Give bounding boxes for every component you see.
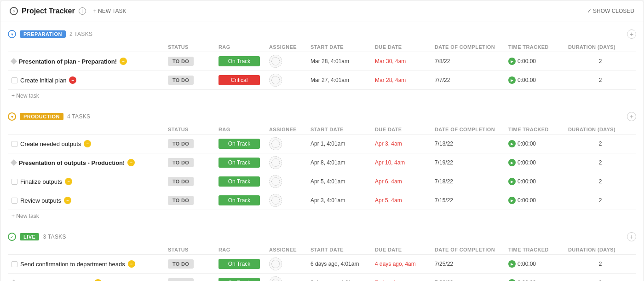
section-toggle-production[interactable]: ▾: [8, 112, 16, 121]
due-date: Apr 5, 4am: [375, 197, 435, 204]
status-badge[interactable]: TO DO: [168, 177, 194, 186]
status-cell: TO DO: [168, 76, 218, 85]
task-checkbox-icon[interactable]: [12, 198, 17, 204]
add-section-button-live[interactable]: +: [627, 232, 636, 241]
play-icon[interactable]: ▶: [508, 197, 516, 204]
rag-badge[interactable]: On Track: [218, 176, 260, 187]
rag-badge[interactable]: On Track: [218, 195, 260, 205]
col-header-due_date: DUE DATE: [375, 127, 435, 132]
start-date: Apr 5, 4:01am: [310, 178, 375, 185]
table-row: Finalize outputs−TO DOOn TrackApr 5, 4:0…: [8, 172, 636, 191]
col-header-date_of_completion: DATE OF COMPLETION: [435, 127, 508, 132]
assignee-cell: [269, 258, 310, 270]
col-header-task: [12, 127, 168, 132]
avatar[interactable]: [269, 156, 282, 169]
play-icon[interactable]: ▶: [508, 58, 516, 65]
warn-icon[interactable]: −: [94, 279, 102, 281]
table-row: Review outputs−TO DOOn TrackApr 3, 4:01a…: [8, 191, 636, 210]
rag-badge[interactable]: On Track: [218, 278, 260, 281]
status-badge[interactable]: TO DO: [168, 259, 194, 269]
avatar[interactable]: [269, 74, 282, 87]
status-cell: TO DO: [168, 278, 218, 281]
avatar-inner: [271, 158, 280, 167]
avatar[interactable]: [269, 276, 282, 281]
rag-badge[interactable]: On Track: [218, 259, 260, 269]
time-value: 0:00:00: [518, 197, 536, 204]
col-header-start_date: START DATE: [310, 127, 375, 132]
warn-icon[interactable]: −: [65, 178, 72, 185]
section-count-production: 4 TASKS: [67, 113, 90, 120]
due-date: Apr 3, 4am: [375, 140, 435, 147]
task-checkbox-icon[interactable]: [12, 77, 17, 83]
time-tracked: ▶0:00:00: [508, 197, 568, 204]
section-toggle-live[interactable]: ✓: [8, 233, 16, 241]
header: ○ Project Tracker i + NEW TASK ✓ SHOW CL…: [0, 0, 644, 22]
status-cell: TO DO: [168, 196, 218, 205]
avatar-inner: [271, 196, 280, 205]
rag-badge[interactable]: On Track: [218, 56, 260, 66]
rag-badge[interactable]: On Track: [218, 139, 260, 149]
col-header-assignee: ASSIGNEE: [269, 247, 310, 252]
warn-icon[interactable]: −: [128, 260, 135, 268]
status-badge[interactable]: TO DO: [168, 139, 194, 148]
start-date: Apr 3, 4:01am: [310, 197, 375, 204]
due-date: Mar 28, 4am: [375, 77, 435, 83]
avatar[interactable]: [269, 258, 282, 270]
task-checkbox-icon[interactable]: [12, 141, 17, 147]
col-header-time_tracked: TIME TRACKED: [508, 127, 568, 132]
rag-badge[interactable]: Critical: [218, 75, 260, 85]
warn-icon[interactable]: −: [84, 140, 91, 147]
task-checkbox-icon[interactable]: [12, 179, 17, 185]
time-value: 0:00:00: [518, 77, 536, 83]
play-icon[interactable]: ▶: [508, 178, 516, 185]
add-section-button-production[interactable]: +: [627, 112, 636, 121]
avatar[interactable]: [269, 55, 282, 68]
info-icon[interactable]: i: [79, 7, 86, 15]
avatar[interactable]: [269, 137, 282, 150]
col-header-time_tracked: TIME TRACKED: [508, 44, 568, 50]
show-closed-button[interactable]: ✓ SHOW CLOSED: [587, 8, 634, 14]
col-headers-production: STATUSRAGASSIGNEESTART DATEDUE DATEDATE …: [8, 125, 636, 135]
section-toggle-preparation[interactable]: ▾: [8, 30, 16, 38]
play-icon[interactable]: ▶: [508, 140, 516, 147]
status-badge[interactable]: TO DO: [168, 278, 194, 281]
assignee-cell: [269, 55, 310, 68]
time-value: 0:00:00: [518, 58, 536, 64]
status-badge[interactable]: TO DO: [168, 196, 194, 205]
play-icon[interactable]: ▶: [508, 279, 516, 281]
warn-icon[interactable]: −: [64, 197, 71, 204]
add-section-button-preparation[interactable]: +: [627, 29, 636, 39]
due-date: 4 days ago, 4am: [375, 261, 435, 267]
task-diamond-icon: [11, 159, 17, 166]
play-icon[interactable]: ▶: [508, 260, 516, 268]
status-badge[interactable]: TO DO: [168, 158, 194, 167]
duration-days: 2: [568, 261, 632, 267]
avatar[interactable]: [269, 175, 282, 188]
status-badge[interactable]: TO DO: [168, 57, 194, 66]
block-icon[interactable]: −: [69, 76, 76, 84]
new-task-header-button[interactable]: + NEW TASK: [90, 6, 130, 16]
time-value: 0:00:00: [518, 261, 536, 267]
play-icon[interactable]: ▶: [508, 159, 516, 166]
status-badge[interactable]: TO DO: [168, 76, 194, 85]
time-tracked: ▶0:00:00: [508, 159, 568, 166]
section-header-live: ✓LIVE3 TASKS+: [8, 229, 636, 244]
duration-days: 2: [568, 77, 632, 83]
section-header-production: ▾PRODUCTION4 TASKS+: [8, 109, 636, 124]
start-date: Mar 27, 4:01am: [310, 77, 375, 83]
new-task-button-preparation[interactable]: + New task: [8, 90, 43, 102]
duration-days: 2: [568, 178, 632, 185]
completion-date: 7/13/22: [435, 140, 508, 147]
rag-badge[interactable]: On Track: [218, 158, 260, 168]
task-checkbox-icon[interactable]: [12, 261, 17, 267]
avatar-inner: [271, 140, 280, 148]
new-task-button-production[interactable]: + New task: [8, 210, 43, 222]
avatar-inner: [271, 177, 280, 186]
warn-icon[interactable]: −: [127, 159, 135, 166]
play-icon[interactable]: ▶: [508, 76, 516, 84]
avatar[interactable]: [269, 194, 282, 207]
warn-icon[interactable]: −: [120, 58, 127, 65]
status-cell: TO DO: [168, 177, 218, 186]
col-headers-live: STATUSRAGASSIGNEESTART DATEDUE DATEDATE …: [8, 245, 636, 255]
section-badge-live: LIVE: [20, 233, 39, 240]
